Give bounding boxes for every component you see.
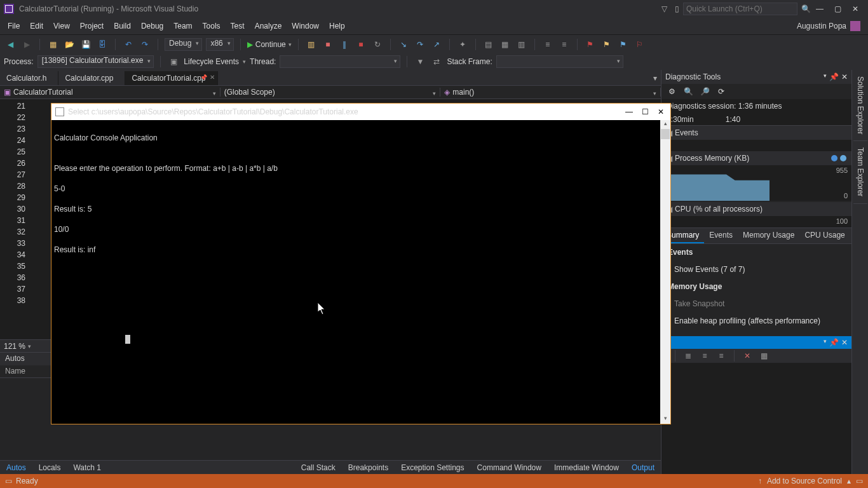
config-combo[interactable]: Debug [165,38,202,51]
btab-output[interactable]: Output [625,461,661,474]
close-icon[interactable]: ✕ [841,338,848,347]
redo-icon[interactable]: ↷ [139,38,151,51]
sidetab-solution-explorer[interactable]: Solution Explorer [853,70,867,141]
menu-test[interactable]: Test [226,19,250,33]
tab-calculator-h[interactable]: Calculator.h [0,71,58,85]
step-out-icon[interactable]: ↗ [430,38,443,51]
layout2-icon[interactable]: ▦ [499,38,512,51]
btab-immediate-window[interactable]: Immediate Window [548,461,625,474]
console-title-bar[interactable]: Select c:\users\aupopa\Source\Repos\Calc… [51,104,670,120]
zoom-combo[interactable]: 121 % [4,342,25,351]
menu-project[interactable]: Project [75,19,109,33]
new-project-icon[interactable]: ▦ [46,38,59,51]
close-button[interactable]: ✕ [658,107,664,116]
continue-button[interactable]: ▶ Continue ▾ [247,40,292,49]
chevron-down-icon[interactable]: ▾ [824,72,827,81]
quick-launch-input[interactable] [683,3,797,15]
pause-icon[interactable]: ‖ [338,38,351,51]
tb-icon[interactable]: ≡ [698,349,711,362]
bookmark3-icon[interactable]: ⚑ [617,38,630,51]
indent-left-icon[interactable]: ≡ [541,38,554,51]
tab-overflow-icon[interactable]: ▾ [649,71,661,85]
menu-analyze[interactable]: Analyze [250,19,287,33]
menu-build[interactable]: Build [109,19,136,33]
row-show-events[interactable]: Show Events (7 of 7) [661,261,851,278]
output-body[interactable] [661,363,851,474]
reset-icon[interactable]: ⟳ [715,85,728,98]
btab-callstack[interactable]: Call Stack [295,461,342,474]
row-take-snapshot[interactable]: Take Snapshot [661,295,851,313]
close-button[interactable]: ✕ [846,4,864,13]
pin-icon[interactable]: 📌 [829,338,839,347]
pin-icon[interactable]: 📌 [829,72,839,81]
restart-icon[interactable]: ↻ [371,38,384,51]
console-window[interactable]: Select c:\users\aupopa\Source\Repos\Calc… [51,103,671,424]
chevron-down-icon[interactable]: ▾ [824,338,827,347]
save-icon[interactable]: 💾 [79,38,92,51]
gear-icon[interactable]: ⚙ [665,85,678,98]
stop-icon[interactable]: ■ [322,38,334,51]
tray-icon[interactable]: ▭ [856,477,863,485]
feedback-icon[interactable]: ▽ [658,3,670,15]
diag-tab-cpu[interactable]: CPU Usage [799,228,850,243]
threads-icon[interactable]: ⇄ [430,55,443,68]
sidetab-team-explorer[interactable]: Team Explorer [853,141,867,203]
menu-tools[interactable]: Tools [198,19,226,33]
menu-edit[interactable]: Edit [25,19,48,33]
nav-back-icon[interactable]: ◀ [4,38,17,51]
minimize-button[interactable]: ― [811,4,829,13]
source-control-button[interactable]: Add to Source Control [767,477,842,485]
diag-cpu-header[interactable]: ◢ CPU (% of all processors) [661,202,851,216]
stop2-icon[interactable]: ■ [355,38,367,51]
tb-icon[interactable]: ≡ [715,349,728,362]
nav-fwd-icon[interactable]: ▶ [20,38,33,51]
notifications-icon[interactable]: ▯ [670,3,683,15]
close-icon[interactable]: ✕ [210,74,215,81]
layout1-icon[interactable]: ▤ [482,38,495,51]
tb-icon[interactable]: ▦ [757,349,770,362]
clear-icon[interactable]: ✕ [741,349,754,362]
pin-icon[interactable]: 📌 [200,74,207,81]
maximize-button[interactable]: ☐ [642,107,649,116]
save-all-icon[interactable]: 🗄 [96,38,109,51]
minimize-button[interactable]: ― [625,107,633,116]
menu-team[interactable]: Team [168,19,197,33]
btab-exception-settings[interactable]: Exception Settings [395,461,470,474]
scroll-thumb[interactable] [661,129,670,139]
chevron-down-icon[interactable]: ▾ [28,343,31,349]
menu-file[interactable]: File [3,19,25,33]
diag-memory-header[interactable]: ◢ Process Memory (KB) [661,151,851,165]
tab-calculatortutorial-cpp[interactable]: CalculatorTutorial.cpp📌✕ [125,71,217,85]
btab-command-window[interactable]: Command Window [471,461,548,474]
btab-watch1[interactable]: Watch 1 [67,461,107,474]
diag-tab-memory[interactable]: Memory Usage [738,228,799,243]
menu-view[interactable]: View [48,19,75,33]
diag-events-header[interactable]: ◢ Events [661,126,851,140]
break-all-icon[interactable]: ▥ [305,38,318,51]
nav-project-combo[interactable]: ▣CalculatorTutorial [0,88,220,97]
btab-breakpoints[interactable]: Breakpoints [342,461,395,474]
console-body[interactable]: Calculator Console Application Please en… [51,120,670,424]
zoom-in-icon[interactable]: 🔍 [682,85,695,98]
tab-calculator-cpp[interactable]: Calculator.cpp [58,71,125,85]
signed-in-user[interactable]: Augustin Popa [797,22,846,30]
menu-help[interactable]: Help [324,19,350,33]
btab-locals[interactable]: Locals [32,461,67,474]
nav-func-combo[interactable]: ◈main() [440,88,661,97]
console-scrollbar[interactable]: ▴ ▾ [660,120,670,424]
step-into-icon[interactable]: ↘ [397,38,410,51]
bookmark4-icon[interactable]: ⚐ [634,38,646,51]
close-icon[interactable]: ✕ [841,72,848,81]
undo-icon[interactable]: ↶ [122,38,135,51]
chevron-up-icon[interactable]: ▴ [847,477,851,485]
thread-combo[interactable] [280,55,400,68]
tools-icon[interactable]: ✦ [456,38,469,51]
bookmark2-icon[interactable]: ⚑ [600,38,613,51]
menu-debug[interactable]: Debug [136,19,168,33]
search-icon[interactable]: 🔍 [801,4,811,13]
bookmark-icon[interactable]: ⚑ [584,38,597,51]
process-combo[interactable]: [13896] CalculatorTutorial.exe [37,55,154,68]
tb-icon[interactable]: ≣ [682,349,695,362]
row-heap-profiling[interactable]: Enable heap profiling (affects performan… [661,313,851,330]
step-over-icon[interactable]: ↷ [414,38,426,51]
